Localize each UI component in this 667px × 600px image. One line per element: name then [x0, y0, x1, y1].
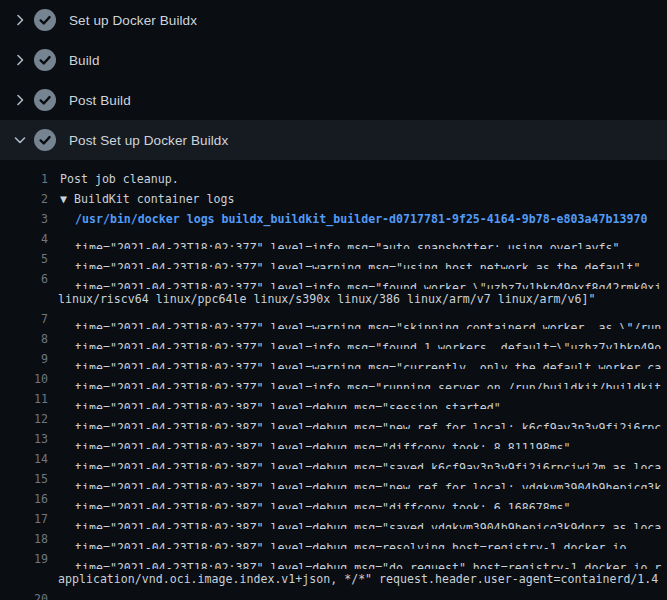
log-line: 19time="2021-04-23T18:02:38Z" level=debu… [0, 549, 667, 569]
log-line: 7time="2021-04-23T18:02:37Z" level=warni… [0, 309, 667, 329]
log-line: 10time="2021-04-23T18:02:37Z" level=info… [0, 369, 667, 389]
log-line-number[interactable]: 11 [0, 389, 48, 409]
log-line-text: time="2021-04-23T18:02:38Z" level=debug … [48, 429, 667, 449]
log-line-number[interactable]: 4 [0, 229, 48, 249]
log-line-number[interactable]: 9 [0, 349, 48, 369]
log-area: 1Post job cleanup.2▼ BuildKit container … [0, 160, 667, 600]
log-line: application/vnd.oci.image.index.v1+json,… [0, 569, 667, 589]
log-line: 5time="2021-04-23T18:02:37Z" level=warni… [0, 249, 667, 269]
log-group-toggle[interactable]: ▼ BuildKit container logs [48, 189, 667, 209]
log-line-text: time="2021-04-23T18:02:38Z" level=debug … [48, 509, 667, 529]
log-line-text: time="2021-04-23T18:02:38Z" level=debug … [48, 449, 667, 469]
log-line: 3/usr/bin/docker logs buildx_buildkit_bu… [0, 209, 667, 229]
log-line-number[interactable]: 15 [0, 469, 48, 489]
log-line-number [0, 289, 48, 309]
log-line: 11time="2021-04-23T18:02:38Z" level=debu… [0, 389, 667, 409]
log-line-number[interactable]: 18 [0, 529, 48, 549]
log-line-number[interactable]: 3 [0, 209, 48, 229]
step-label: Post Build [69, 93, 131, 108]
log-line-text: time="2021-04-23T18:02:38Z" level=debug … [48, 389, 667, 409]
log-line-text: time="2021-04-23T18:02:37Z" level=info m… [48, 229, 667, 249]
step-row-post-set-up-docker-buildx[interactable]: Post Set up Docker Buildx [0, 120, 667, 160]
log-line: 16time="2021-04-23T18:02:38Z" level=debu… [0, 489, 667, 509]
log-line-number[interactable]: 17 [0, 509, 48, 529]
log-line-text: time="2021-04-23T18:02:37Z" level=warnin… [48, 249, 667, 269]
log-line-text: time="2021-04-23T18:02:37Z" level=info m… [48, 329, 667, 349]
step-list: Set up Docker BuildxBuildPost BuildPost … [0, 0, 667, 160]
chevron-down-icon[interactable] [12, 132, 28, 148]
check-circle-icon [34, 49, 56, 71]
log-line-text: linux/riscv64 linux/ppc64le linux/s390x … [48, 289, 667, 309]
log-line: 1Post job cleanup. [0, 169, 667, 189]
log-line-text: Post job cleanup. [48, 169, 667, 189]
step-row-set-up-docker-buildx[interactable]: Set up Docker Buildx [0, 0, 667, 40]
step-row-build[interactable]: Build [0, 40, 667, 80]
log-line-number[interactable]: 20 [0, 589, 48, 600]
log-line-number[interactable]: 6 [0, 269, 48, 289]
log-line: 2▼ BuildKit container logs [0, 189, 667, 209]
log-line: 15time="2021-04-23T18:02:38Z" level=debu… [0, 469, 667, 489]
log-line: 14time="2021-04-23T18:02:38Z" level=debu… [0, 449, 667, 469]
step-label: Post Set up Docker Buildx [69, 133, 228, 148]
chevron-right-icon[interactable] [12, 52, 28, 68]
log-line-number[interactable]: 13 [0, 429, 48, 449]
log-line-number[interactable]: 5 [0, 249, 48, 269]
log-line-text: time="2021-04-23T18:02:37Z" level=warnin… [48, 309, 667, 329]
log-line: 6time="2021-04-23T18:02:37Z" level=info … [0, 269, 667, 289]
log-line: 12time="2021-04-23T18:02:38Z" level=debu… [0, 409, 667, 429]
log-line-text: time="2021-04-23T18:02:38Z" level=debug … [48, 409, 667, 429]
log-line-text: time="2021-04-23T18:02:38Z" level=debug … [48, 549, 667, 569]
log-line-number[interactable]: 8 [0, 329, 48, 349]
log-line-text: application/vnd.oci.image.index.v1+json,… [48, 569, 667, 589]
log-line-text: time="2021-04-23T18:02:37Z" level=info m… [48, 369, 667, 389]
log-line-number[interactable]: 1 [0, 169, 48, 189]
log-line-text: time="2021-04-23T18:02:38Z" level=debug … [48, 529, 667, 549]
log-line: 13time="2021-04-23T18:02:38Z" level=debu… [0, 429, 667, 449]
log-line-number[interactable]: 12 [0, 409, 48, 429]
step-row-post-build[interactable]: Post Build [0, 80, 667, 120]
log-line-number[interactable]: 19 [0, 549, 48, 569]
log-line-number[interactable]: 16 [0, 489, 48, 509]
log-line-text: time="2021-04-23T18:02:37Z" level=info m… [48, 269, 667, 289]
log-command-text: /usr/bin/docker logs buildx_buildkit_bui… [48, 209, 667, 229]
log-line: 4time="2021-04-23T18:02:37Z" level=info … [0, 229, 667, 249]
log-line-number[interactable]: 2 [0, 189, 48, 209]
check-circle-icon [34, 89, 56, 111]
log-line: 8time="2021-04-23T18:02:37Z" level=info … [0, 329, 667, 349]
log-line-number [0, 569, 48, 589]
check-circle-icon [34, 129, 56, 151]
log-line: 20time="2021-04-23T18:02:38Z" level=debu… [0, 589, 667, 600]
log-line: 18time="2021-04-23T18:02:38Z" level=debu… [0, 529, 667, 549]
log-line-text: time="2021-04-23T18:02:38Z" level=debug … [48, 589, 667, 600]
step-label: Set up Docker Buildx [69, 13, 197, 28]
log-line-text: time="2021-04-23T18:02:37Z" level=warnin… [48, 349, 667, 369]
log-line-text: time="2021-04-23T18:02:38Z" level=debug … [48, 469, 667, 489]
step-label: Build [69, 53, 100, 68]
log-line-number[interactable]: 14 [0, 449, 48, 469]
log-line: 9time="2021-04-23T18:02:37Z" level=warni… [0, 349, 667, 369]
check-circle-icon [34, 9, 56, 31]
log-line-number[interactable]: 7 [0, 309, 48, 329]
chevron-right-icon[interactable] [12, 92, 28, 108]
chevron-right-icon[interactable] [12, 12, 28, 28]
log-line-text: time="2021-04-23T18:02:38Z" level=debug … [48, 489, 667, 509]
log-line-number[interactable]: 10 [0, 369, 48, 389]
log-line: 17time="2021-04-23T18:02:38Z" level=debu… [0, 509, 667, 529]
log-line: linux/riscv64 linux/ppc64le linux/s390x … [0, 289, 667, 309]
